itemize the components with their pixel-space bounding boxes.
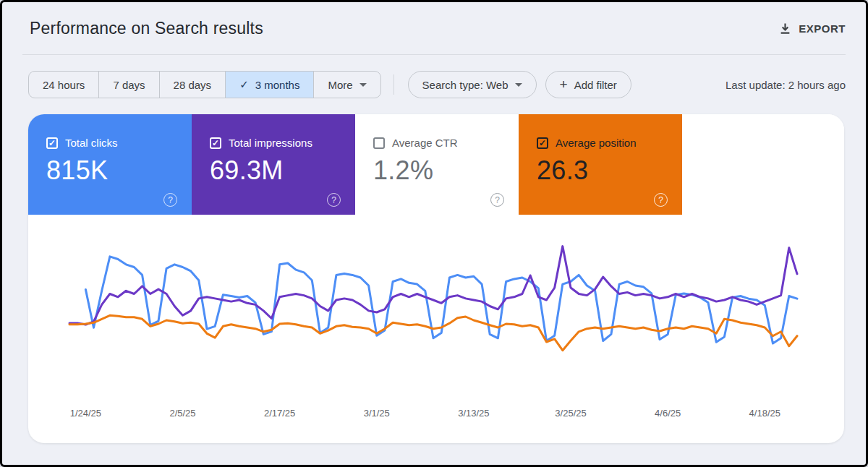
header-divider [22, 54, 846, 55]
tile-spacer [682, 114, 844, 215]
metric-value: 815K [46, 155, 192, 186]
x-axis-label: 3/25/25 [555, 408, 586, 419]
metric-tiles: ✓ Total clicks 815K ? ✓ Total impression… [28, 114, 844, 215]
metric-tile-total-impressions[interactable]: ✓ Total impressions 69.3M ? [192, 114, 355, 215]
help-icon[interactable]: ? [654, 193, 668, 207]
export-label: EXPORT [799, 22, 846, 35]
more-label: More [328, 79, 352, 91]
more-dropdown-button[interactable]: More [313, 72, 380, 98]
checkbox-checked-icon[interactable]: ✓ [210, 137, 221, 149]
metric-tile-header: ✓ Total impressions [210, 137, 355, 149]
checkbox-checked-icon[interactable]: ✓ [46, 137, 58, 149]
date-range-7-days[interactable]: 7 days [98, 72, 158, 98]
date-range-28-days[interactable]: 28 days [159, 72, 226, 98]
download-icon [779, 22, 791, 35]
plus-icon: + [560, 77, 568, 91]
date-range-label: 24 hours [43, 79, 85, 91]
x-axis-label: 3/13/25 [458, 408, 489, 419]
date-range-group: 24 hours 7 days 28 days ✓ 3 months More [28, 71, 381, 98]
metric-tile-header: ✓ Total clicks [46, 137, 192, 149]
filter-bar: 24 hours 7 days 28 days ✓ 3 months More … [28, 71, 846, 98]
metric-value: 69.3M [210, 155, 355, 186]
check-icon: ✓ [239, 78, 249, 91]
checkbox-checked-icon[interactable]: ✓ [537, 137, 548, 149]
metric-label: Total impressions [229, 137, 312, 149]
date-range-24-hours[interactable]: 24 hours [29, 72, 98, 98]
metric-label: Total clicks [65, 137, 118, 149]
x-axis-label: 2/17/25 [264, 408, 295, 419]
search-type-dropdown[interactable]: Search type: Web [408, 71, 537, 98]
metric-tile-total-clicks[interactable]: ✓ Total clicks 815K ? [28, 114, 192, 215]
performance-time-series-chart[interactable]: 1/24/252/5/252/17/253/1/253/13/253/25/25… [28, 215, 844, 443]
x-axis-label: 4/6/25 [655, 408, 681, 419]
help-icon[interactable]: ? [163, 193, 177, 207]
line-series-total-impressions [69, 247, 797, 325]
metric-value: 26.3 [537, 155, 682, 186]
help-icon[interactable]: ? [490, 193, 504, 207]
checkbox-unchecked-icon[interactable] [373, 137, 385, 149]
metric-label: Average position [556, 137, 636, 149]
date-range-label: 7 days [113, 79, 145, 91]
metric-tile-average-position[interactable]: ✓ Average position 26.3 ? [519, 114, 682, 215]
add-filter-label: Add filter [574, 79, 617, 91]
search-console-performance-window: Performance on Search results EXPORT 24 … [0, 0, 868, 467]
last-update-text: Last update: 2 hours ago [726, 79, 846, 91]
page-title: Performance on Search results [30, 19, 263, 38]
metric-label: Average CTR [392, 137, 458, 149]
date-range-label: 3 months [255, 79, 300, 91]
chevron-down-icon [359, 83, 367, 87]
vertical-divider [393, 74, 394, 95]
performance-card: ✓ Total clicks 815K ? ✓ Total impression… [28, 114, 844, 443]
x-axis-label: 4/18/25 [749, 408, 780, 419]
metric-tile-header: Average CTR [373, 137, 519, 149]
header: Performance on Search results EXPORT [2, 2, 866, 54]
x-axis-label: 3/1/25 [364, 408, 390, 419]
chart-canvas[interactable] [28, 215, 844, 443]
help-icon[interactable]: ? [327, 193, 341, 207]
metric-value: 1.2% [373, 155, 519, 186]
date-range-label: 28 days [174, 79, 212, 91]
export-button[interactable]: EXPORT [779, 22, 846, 35]
line-series-total-clicks [85, 257, 797, 343]
add-filter-button[interactable]: + Add filter [545, 71, 631, 98]
date-range-3-months-selected[interactable]: ✓ 3 months [225, 72, 313, 98]
chevron-down-icon [515, 83, 522, 87]
x-axis-label: 2/5/25 [169, 408, 195, 419]
metric-tile-header: ✓ Average position [537, 137, 682, 149]
metric-tile-average-ctr[interactable]: Average CTR 1.2% ? [355, 114, 519, 215]
search-type-label: Search type: Web [422, 79, 509, 91]
x-axis-label: 1/24/25 [70, 408, 101, 419]
